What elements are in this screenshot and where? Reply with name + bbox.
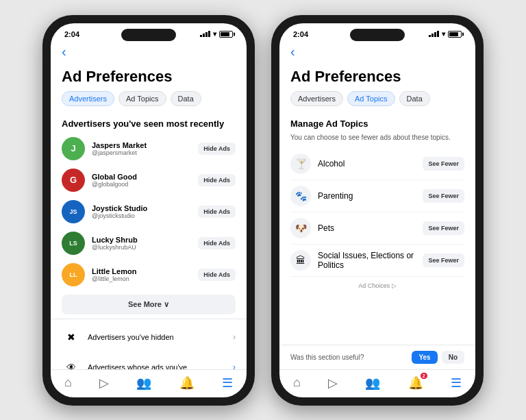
nav-friends-right[interactable]: 👥 [365, 375, 380, 391]
advertiser-item: J Jaspers Market @jaspersmarket Hide Ads [51, 133, 247, 164]
advertiser-handle-2: @globalgood [92, 181, 191, 188]
advertiser-item: LS Lucky Shrub @luckyshrubAU Hide Ads [51, 227, 247, 259]
ad-choices[interactable]: Ad Choices ▷ [279, 277, 475, 295]
tabs-left: Advertisers Ad Topics Data [51, 91, 247, 113]
bottom-nav-right: ⌂ ▷ 👥 🔔2 ☰ [279, 369, 475, 397]
feedback-no-button[interactable]: No [442, 351, 464, 364]
scroll-area-left: Advertisers you've seen most recently J … [51, 113, 247, 369]
nav-home-right[interactable]: ⌂ [293, 375, 301, 390]
manage-subtitle: You can choose to see fewer ads about th… [279, 133, 475, 148]
advertiser-item: JS Joystick Studio @joystickstudio Hide … [51, 196, 247, 227]
hide-btn-1[interactable]: Hide Ads [198, 143, 236, 155]
advertiser-info-4: Lucky Shrub @luckyshrubAU [92, 236, 191, 251]
eye-icon: 👁 [62, 358, 81, 369]
notification-badge: 2 [421, 373, 427, 379]
nav-home-left[interactable]: ⌂ [64, 375, 72, 390]
nav-menu-right[interactable]: ☰ [451, 375, 462, 391]
status-icons-right: ▾ [429, 30, 462, 38]
nav-video-right[interactable]: ▷ [328, 375, 338, 391]
bottom-nav-left: ⌂ ▷ 👥 🔔 ☰ [51, 369, 247, 397]
back-button-left[interactable]: ‹ [62, 44, 66, 59]
see-more-button[interactable]: See More ∨ [62, 295, 236, 314]
see-fewer-social[interactable]: See Fewer [423, 254, 464, 267]
hidden-icon: ✖ [62, 328, 81, 347]
advertiser-name-1: Jaspers Market [92, 141, 191, 149]
tab-advertisers-left[interactable]: Advertisers [62, 91, 114, 106]
status-bar-right: 2:04 ▾ [279, 23, 475, 41]
wifi-icon-right: ▾ [442, 30, 445, 38]
tabs-right: Advertisers Ad Topics Data [279, 91, 475, 113]
scroll-area-right: Manage Ad Topics You can choose to see f… [279, 113, 475, 345]
pets-icon: 🐶 [290, 218, 311, 238]
see-fewer-parenting[interactable]: See Fewer [423, 189, 464, 203]
social-icon: 🏛 [290, 250, 311, 271]
topic-item-social: 🏛 Social Issues, Elections or Politics S… [290, 245, 464, 277]
alcohol-icon: 🍸 [290, 153, 311, 174]
tab-data-right[interactable]: Data [399, 91, 430, 106]
nav-menu-left[interactable]: ☰ [222, 375, 233, 391]
avatar-2: G [62, 169, 85, 192]
advertiser-info-2: Global Good @globalgood [92, 173, 191, 188]
see-fewer-alcohol[interactable]: See Fewer [423, 157, 464, 171]
topic-name-pets: Pets [318, 223, 416, 233]
tab-advertisers-right[interactable]: Advertisers [290, 91, 343, 106]
hidden-advertisers-text: Advertisers you've hidden [88, 333, 226, 341]
nav-bell-left[interactable]: 🔔 [179, 375, 195, 391]
advertiser-item: G Global Good @globalgood Hide Ads [51, 164, 247, 196]
manage-title: Manage Ad Topics [279, 113, 475, 133]
parenting-icon: 🐾 [290, 186, 311, 206]
time-right: 2:04 [293, 30, 308, 38]
nav-friends-left[interactable]: 👥 [136, 375, 151, 391]
section-title-left: Advertisers you've seen most recently [51, 113, 247, 133]
header-right: ‹ [279, 41, 475, 65]
see-fewer-pets[interactable]: See Fewer [423, 221, 464, 235]
tab-adtopics-right[interactable]: Ad Topics [347, 91, 395, 106]
avatar-5: LL [62, 263, 85, 286]
advertiser-item: LL Little Lemon @little_lemon Hide Ads [51, 259, 247, 291]
battery-icon-right [448, 31, 462, 38]
topic-list: 🍸 Alcohol See Fewer 🐾 Parenting See Fewe… [279, 148, 475, 277]
advertiser-name-4: Lucky Shrub [92, 236, 191, 244]
advertiser-handle-3: @joystickstudio [92, 212, 191, 219]
advertiser-info-1: Jaspers Market @jaspersmarket [92, 141, 191, 156]
avatar-4: LS [62, 232, 85, 255]
avatar-3: JS [62, 200, 85, 223]
notch-right [350, 29, 405, 41]
wifi-icon: ▾ [213, 30, 216, 38]
topic-name-parenting: Parenting [318, 191, 416, 201]
signal-icon-right [429, 31, 439, 37]
advertiser-info-5: Little Lemon @little_lemon [92, 267, 191, 282]
advertiser-list: J Jaspers Market @jaspersmarket Hide Ads… [51, 133, 247, 291]
feedback-text: Was this section useful? [290, 354, 364, 361]
tab-adtopics-left[interactable]: Ad Topics [118, 91, 166, 106]
divider-1 [51, 319, 247, 319]
signal-icon [200, 31, 210, 37]
notch-left [121, 29, 176, 41]
hide-btn-3[interactable]: Hide Ads [198, 206, 236, 218]
topic-item-alcohol: 🍸 Alcohol See Fewer [290, 148, 464, 180]
feedback-row: Was this section useful? Yes No [279, 345, 475, 369]
back-button-right[interactable]: ‹ [290, 44, 295, 59]
topic-item-parenting: 🐾 Parenting See Fewer [290, 180, 464, 212]
nav-bell-right[interactable]: 🔔2 [408, 375, 423, 391]
battery-icon [219, 31, 233, 38]
tab-data-left[interactable]: Data [171, 91, 201, 106]
header-left: ‹ [51, 41, 247, 65]
nav-video-left[interactable]: ▷ [99, 375, 109, 391]
ad-choices-text: Ad Choices ▷ [358, 282, 397, 289]
hide-btn-5[interactable]: Hide Ads [198, 269, 236, 281]
seen-advertisers-item[interactable]: 👁 Advertisers whose ads you've › [51, 352, 247, 369]
time-left: 2:04 [64, 30, 79, 38]
hide-btn-4[interactable]: Hide Ads [198, 237, 236, 249]
advertiser-handle-1: @jaspersmarket [92, 149, 191, 156]
advertiser-handle-5: @little_lemon [92, 275, 191, 282]
seen-advertisers-text: Advertisers whose ads you've [88, 363, 226, 369]
feedback-yes-button[interactable]: Yes [412, 351, 437, 364]
advertiser-name-5: Little Lemon [92, 267, 191, 275]
advertiser-info-3: Joystick Studio @joystickstudio [92, 204, 191, 219]
hide-btn-2[interactable]: Hide Ads [198, 174, 236, 186]
hidden-advertisers-item[interactable]: ✖ Advertisers you've hidden › [51, 322, 247, 352]
status-bar-left: 2:04 ▾ [51, 23, 247, 41]
advertiser-name-3: Joystick Studio [92, 204, 191, 212]
page-title-left: Ad Preferences [51, 65, 247, 91]
